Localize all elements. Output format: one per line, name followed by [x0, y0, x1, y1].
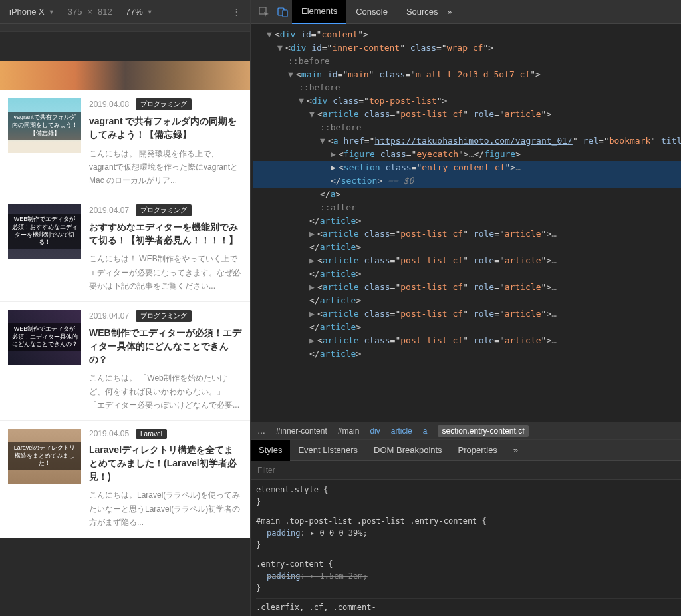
dom-pseudo[interactable]: ::before	[253, 55, 681, 68]
styles-tabs-overflow-icon[interactable]: »	[505, 440, 526, 461]
post-title[interactable]: Laravelディレクトリ構造を全てまとめてみました！(Laravel初学者必見…	[89, 443, 242, 484]
dom-node[interactable]: </a>	[253, 188, 681, 201]
post-body: 2019.04.07 プログラミング WEB制作でエディターが必須！エディター具…	[89, 310, 242, 412]
mobile-frame[interactable]: vagrantで共有フォルダ内の同期をしてみよう！【備忘録】 2019.04.0…	[0, 61, 250, 538]
device-toolbar: iPhone X ▼ 375 × 812 77% ▼ ⋮	[0, 0, 250, 24]
bc-main[interactable]: #main	[338, 426, 360, 436]
css-rule[interactable]: element.style { }	[256, 484, 681, 512]
post-category-badge[interactable]: プログラミング	[136, 310, 192, 322]
dom-node[interactable]: ▶<article class="post-list cf" role="art…	[253, 228, 681, 241]
post-thumbnail: WEB制作でエディタが必須！おすすめなエディターを機能別でみて切る！	[8, 204, 81, 259]
dom-node[interactable]: ▼<div id="content">	[253, 28, 681, 41]
dom-breadcrumb[interactable]: … #inner-content #main div article a sec…	[251, 422, 681, 439]
post-thumbnail: Laravelのディレクトリ構造をまとめてみました！	[8, 429, 81, 484]
dom-node[interactable]: </article>	[253, 347, 681, 361]
times-icon: ×	[87, 7, 92, 17]
dom-pseudo[interactable]: ::after	[253, 201, 681, 214]
dom-node[interactable]: ▶<article class="post-list cf" role="art…	[253, 254, 681, 267]
dom-node[interactable]: ▼<div id="inner-content" class="wrap cf"…	[253, 41, 681, 55]
dom-pseudo[interactable]: ::before	[253, 81, 681, 94]
styles-filter-input[interactable]	[251, 466, 681, 475]
css-rule[interactable]: .entry-content {style.css:1455 padding: …	[256, 558, 681, 599]
dom-node[interactable]: ▶<article class="post-list cf" role="art…	[253, 307, 681, 321]
post-excerpt: こんにちは。Laravel(ララベル)を使ってみたいなーと思うLaravel(ラ…	[89, 488, 242, 529]
dom-node[interactable]: </article>	[253, 267, 681, 281]
post-excerpt: こんにちは！ WEB制作をやっていく上でエディターが必要になってきます。なぜ必要…	[89, 252, 242, 293]
ruler-bar	[0, 24, 250, 32]
bc-a[interactable]: a	[423, 426, 428, 436]
post-body: 2019.04.07 プログラミング おすすめなエディターを機能別でみて切る！【…	[89, 204, 242, 293]
tab-sources[interactable]: Sources	[397, 0, 448, 24]
dom-node[interactable]: ▼<div class="top-post-list">	[253, 94, 681, 108]
tabs-overflow-icon[interactable]: »	[448, 7, 452, 17]
post-body: 2019.04.05 Laravel Laravelディレクトリ構造を全てまとめ…	[89, 429, 242, 530]
styles-panel: Styles Event Listeners DOM Breakpoints P…	[251, 439, 681, 616]
chevron-down-icon: ▼	[147, 9, 153, 15]
dom-node[interactable]: </article>	[253, 321, 681, 334]
tab-dom-breakpoints[interactable]: DOM Breakpoints	[366, 440, 450, 461]
svg-rect-2	[283, 10, 287, 17]
device-preview-panel: iPhone X ▼ 375 × 812 77% ▼ ⋮ vagrantで共有フ…	[0, 0, 250, 616]
tab-styles[interactable]: Styles	[251, 440, 290, 461]
post-item[interactable]: WEB制作でエディタが必須！おすすめなエディターを機能別でみて切る！ 2019.…	[0, 196, 250, 302]
post-category-badge[interactable]: プログラミング	[136, 98, 192, 110]
toggle-device-icon[interactable]	[273, 3, 292, 21]
post-date: 2019.04.07	[89, 311, 129, 321]
post-thumbnail: WEB制作でエディタが必須！エディター具体的にどんなことできんの？	[8, 310, 81, 365]
post-date: 2019.04.05	[89, 429, 129, 438]
device-selector[interactable]: iPhone X ▼	[9, 7, 55, 17]
bc-article[interactable]: article	[391, 426, 412, 436]
dom-node[interactable]: ▼<a href="https://takuohashimoto.com/vag…	[253, 134, 681, 148]
post-excerpt: こんにちは。 「Web制作を始めたいけど、何をすれば良いかわからない。」 「エデ…	[89, 371, 242, 412]
post-date: 2019.04.07	[89, 206, 129, 215]
post-title[interactable]: おすすめなエディターを機能別でみて切る！【初学者必見ん！！！！】	[89, 220, 242, 247]
dom-node[interactable]: ▼<article class="post-list cf" role="art…	[253, 108, 681, 121]
dom-node[interactable]: ▶<figure class="eyecatch">…</figure>	[253, 148, 681, 161]
post-item[interactable]: vagrantで共有フォルダ内の同期をしてみよう！【備忘録】 2019.04.0…	[0, 90, 250, 196]
thumb-overlay-text: vagrantで共有フォルダ内の同期をしてみよう！【備忘録】	[8, 112, 81, 139]
zoom-selector[interactable]: 77% ▼	[126, 7, 153, 17]
dom-node[interactable]: ▶<article class="post-list cf" role="art…	[253, 281, 681, 294]
css-rule[interactable]: #main .top-post-list .post-list .entry-c…	[256, 515, 681, 555]
post-category-badge[interactable]: プログラミング	[136, 204, 192, 216]
device-dimensions[interactable]: 375 × 812	[68, 7, 112, 17]
post-title[interactable]: vagrant で共有フォルダ内の同期をしてみよう！【備忘録】	[89, 114, 242, 142]
bc-ellipsis[interactable]: …	[257, 426, 265, 436]
dom-node[interactable]: </article>	[253, 214, 681, 228]
post-thumbnail: vagrantで共有フォルダ内の同期をしてみよう！【備忘録】	[8, 98, 81, 153]
dom-node[interactable]: ▶<article class="post-list cf" role="art…	[253, 334, 681, 347]
styles-filter-bar: :hov .cls +	[251, 461, 681, 480]
tab-elements[interactable]: Elements	[292, 0, 346, 24]
inspect-element-icon[interactable]	[255, 3, 273, 21]
post-item[interactable]: WEB制作でエディタが必須！エディター具体的にどんなことできんの？ 2019.0…	[0, 302, 250, 421]
chevron-down-icon: ▼	[49, 9, 55, 15]
dom-node[interactable]: ▼<main id="main" class="m-all t-2of3 d-5…	[253, 68, 681, 81]
styles-tab-bar: Styles Event Listeners DOM Breakpoints P…	[251, 440, 681, 461]
elements-tree[interactable]: ▼<div id="content"> ▼<div id="inner-cont…	[251, 24, 681, 422]
dom-node[interactable]: </article>	[253, 294, 681, 307]
dom-node[interactable]: </article>	[253, 241, 681, 254]
devtools-tab-bar: Elements Console Sources » ▲ 2 ⋮ ×	[251, 0, 681, 24]
css-rules-list[interactable]: element.style { } #main .top-post-list .…	[251, 480, 681, 616]
css-rule[interactable]: .clearfix, .cf, .comment-style.css:370	[256, 601, 681, 616]
dom-node-selected[interactable]: ▶<section class="entry-content cf">… </s…	[253, 161, 681, 188]
bc-div[interactable]: div	[370, 426, 380, 436]
devtools-panel: Elements Console Sources » ▲ 2 ⋮ × ▼<div…	[250, 0, 681, 616]
thumb-overlay-text: Laravelのディレクトリ構造をまとめてみました！	[8, 442, 81, 470]
post-category-badge[interactable]: Laravel	[136, 429, 167, 439]
dom-pseudo[interactable]: ::before	[253, 121, 681, 134]
tab-console[interactable]: Console	[346, 0, 397, 24]
post-title[interactable]: WEB制作でエディターが必須！エディター具体的にどんなことできんの？	[89, 326, 242, 367]
tab-event-listeners[interactable]: Event Listeners	[290, 440, 366, 461]
viewport-canvas: vagrantで共有フォルダ内の同期をしてみよう！【備忘録】 2019.04.0…	[0, 32, 250, 616]
tab-properties[interactable]: Properties	[450, 440, 505, 461]
thumb-overlay-text: WEB制作でエディタが必須！エディター具体的にどんなことできんの？	[8, 323, 81, 351]
post-body: 2019.04.08 プログラミング vagrant で共有フォルダ内の同期をし…	[89, 98, 242, 188]
post-date: 2019.04.08	[89, 100, 129, 109]
hero-image	[0, 61, 250, 90]
post-item[interactable]: Laravelのディレクトリ構造をまとめてみました！ 2019.04.05 La…	[0, 421, 250, 538]
bc-section[interactable]: section.entry-content.cf	[438, 425, 528, 437]
bc-inner-content[interactable]: #inner-content	[276, 426, 327, 436]
device-toolbar-more-icon[interactable]: ⋮	[232, 7, 241, 17]
post-excerpt: こんにちは。 開発環境を作る上で、vagrantで仮想環境を作った際にvagra…	[89, 147, 242, 188]
